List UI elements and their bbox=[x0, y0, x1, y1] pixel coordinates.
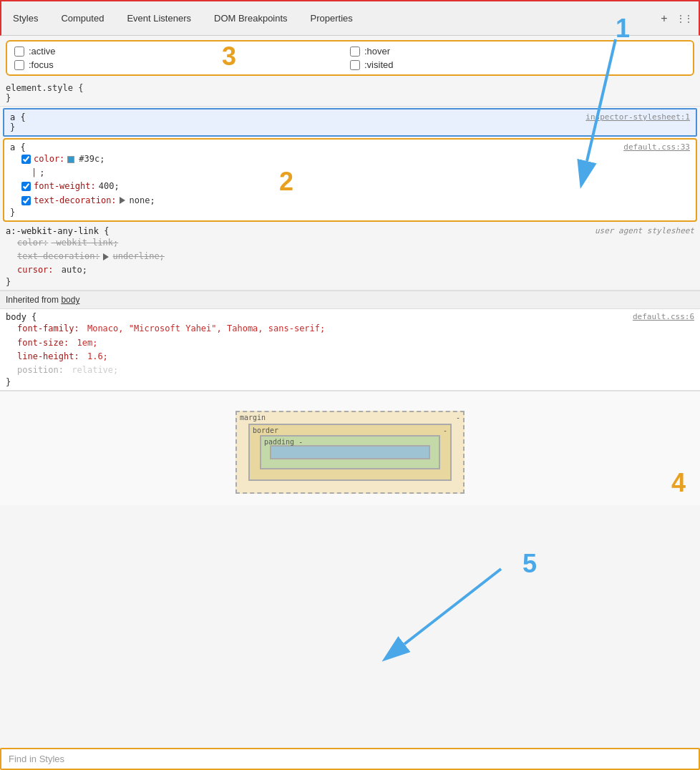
rule-a-inspector: inspector-stylesheet:1 a { } bbox=[3, 108, 697, 137]
rule-a-default-close: } bbox=[10, 208, 690, 218]
rule-a-inspector-source[interactable]: inspector-stylesheet:1 bbox=[585, 112, 690, 122]
prop-fontfamily-value: Monaco, "Microsoft Yahei", Tahoma, sans-… bbox=[82, 322, 326, 336]
box-model-wrapper: margin - border - padding - bbox=[235, 411, 465, 494]
rule-webkit-close: } bbox=[6, 277, 694, 287]
prop-textdeco-value: none; bbox=[130, 194, 155, 208]
prop-webkit-color-name: color: bbox=[17, 236, 48, 250]
find-bar-placeholder: Find in Styles bbox=[9, 754, 64, 764]
pseudo-hover-label: :hover bbox=[364, 46, 390, 57]
pseudo-visited-label: :visited bbox=[364, 59, 393, 70]
prop-color-line: color: #39c; bbox=[10, 152, 690, 166]
svg-line-3 bbox=[404, 569, 501, 644]
rule-a-default-selector: a { bbox=[10, 142, 26, 152]
tab-event-listeners[interactable]: Event Listeners bbox=[115, 4, 203, 32]
prop-color-value: #39c; bbox=[79, 152, 104, 166]
rule-a-default-source[interactable]: default.css:33 bbox=[623, 142, 690, 152]
prop-fontsize-value: 1em; bbox=[72, 336, 97, 350]
prop-textdeco-line: text-decoration: none; bbox=[10, 194, 690, 208]
prop-lineheight-line: line-height: 1.6; bbox=[6, 350, 694, 364]
add-style-icon[interactable]: + bbox=[656, 10, 673, 27]
svg-text:5: 5 bbox=[522, 549, 537, 578]
rule-a-inspector-close: } bbox=[10, 122, 15, 132]
prop-fontfamily-name: font-family: bbox=[17, 322, 79, 336]
pseudo-hover-checkbox[interactable] bbox=[350, 47, 360, 57]
rule-body: default.css:6 body { font-family: Monaco… bbox=[0, 309, 700, 391]
box-center bbox=[270, 445, 430, 459]
pseudo-hover[interactable]: :hover bbox=[350, 46, 686, 57]
pseudo-visited-checkbox[interactable] bbox=[350, 60, 360, 70]
prop-webkit-cursor-value: auto; bbox=[57, 263, 87, 277]
tab-styles[interactable]: Styles bbox=[1, 4, 49, 32]
prop-fontweight-checkbox[interactable] bbox=[21, 182, 31, 191]
annotation-3: 3 bbox=[222, 42, 236, 72]
rule-webkit-link: user agent stylesheet a:-webkit-any-link… bbox=[0, 223, 700, 291]
prop-textdeco-name: text-decoration: bbox=[34, 194, 117, 208]
box-padding: padding - bbox=[260, 435, 440, 469]
prop-textdeco-checkbox[interactable] bbox=[21, 196, 31, 205]
element-style-close: } bbox=[6, 93, 11, 103]
rule-a-default: default.css:33 a { color: #39c; | ; font… bbox=[3, 138, 697, 222]
prop-webkit-cursor-line: cursor: auto; bbox=[6, 263, 694, 277]
prop-fontweight-value: 400; bbox=[99, 180, 120, 193]
prop-webkit-textdeco-triangle bbox=[103, 253, 109, 260]
prop-webkit-textdeco-value: underline; bbox=[113, 250, 165, 263]
pseudo-focus-checkbox[interactable] bbox=[14, 60, 24, 70]
pseudo-visited[interactable]: :visited bbox=[350, 59, 686, 70]
prop-webkit-color-line: color: webkit-link; bbox=[6, 236, 694, 250]
box-margin-value: - bbox=[456, 414, 460, 421]
tab-computed[interactable]: Computed bbox=[49, 4, 115, 32]
prop-cursor-line: | ; bbox=[10, 166, 690, 180]
box-margin: margin - border - padding - bbox=[235, 411, 465, 494]
pseudo-focus[interactable]: :focus bbox=[14, 59, 350, 70]
prop-fontsize-name: font-size: bbox=[17, 336, 69, 350]
pseudo-active[interactable]: :active bbox=[14, 46, 350, 57]
rule-webkit-source: user agent stylesheet bbox=[595, 226, 694, 235]
prop-position-name: position: bbox=[17, 364, 64, 377]
tab-bar: Styles Computed Event Listeners DOM Brea… bbox=[0, 0, 700, 36]
prop-fontsize-line: font-size: 1em; bbox=[6, 336, 694, 350]
find-bar[interactable]: Find in Styles bbox=[0, 748, 700, 770]
prop-webkit-textdeco-name: text-decoration: bbox=[17, 250, 100, 263]
prop-cursor-value: ; bbox=[39, 166, 44, 180]
rule-body-close: } bbox=[6, 377, 694, 387]
inherited-header: Inherited from body bbox=[0, 291, 700, 309]
prop-webkit-cursor-name: cursor: bbox=[17, 263, 54, 277]
rule-body-selector: body { bbox=[6, 312, 37, 322]
element-style-selector: element.style { bbox=[6, 83, 83, 93]
prop-webkit-color-value: webkit-link; bbox=[51, 236, 118, 250]
rule-body-source[interactable]: default.css:6 bbox=[633, 312, 694, 321]
inherited-element: body bbox=[61, 295, 79, 305]
prop-color-name: color: bbox=[34, 152, 64, 166]
prop-cursor-name: | bbox=[31, 166, 37, 180]
prop-color-checkbox[interactable] bbox=[21, 155, 31, 164]
box-border: border - padding - bbox=[248, 424, 452, 481]
rule-a-inspector-selector: a { bbox=[10, 112, 26, 122]
rule-webkit-selector: a:-webkit-any-link { bbox=[6, 226, 110, 236]
prop-position-line: position: relative; bbox=[6, 364, 694, 377]
pseudo-active-label: :active bbox=[29, 46, 56, 57]
prop-position-value: relative; bbox=[67, 364, 118, 377]
box-margin-label: margin bbox=[240, 414, 266, 421]
grid-icon[interactable]: ⋮⋮ bbox=[676, 10, 693, 27]
box-border-value: - bbox=[443, 427, 447, 434]
pseudo-col-left: :active :focus bbox=[14, 46, 350, 70]
annotation-4: 4 bbox=[671, 468, 686, 498]
tab-properties[interactable]: Properties bbox=[299, 4, 364, 32]
prop-textdeco-triangle bbox=[120, 197, 125, 204]
color-swatch[interactable] bbox=[67, 156, 74, 163]
pseudo-col-right: :hover :visited bbox=[350, 46, 686, 70]
inherited-label: Inherited from bbox=[6, 295, 61, 305]
tab-bar-actions: + ⋮⋮ bbox=[656, 10, 699, 27]
pseudo-focus-label: :focus bbox=[29, 59, 54, 70]
box-border-label: border bbox=[253, 427, 278, 434]
prop-lineheight-name: line-height: bbox=[17, 350, 79, 364]
box-model-section: margin - border - padding - 4 bbox=[0, 391, 700, 505]
tab-dom-breakpoints[interactable]: DOM Breakpoints bbox=[203, 4, 299, 32]
prop-lineheight-value: 1.6; bbox=[82, 350, 108, 364]
prop-fontweight-name: font-weight: bbox=[34, 180, 96, 193]
prop-webkit-textdeco-line: text-decoration: underline; bbox=[6, 250, 694, 263]
annotation-2: 2 bbox=[279, 167, 293, 197]
pseudo-states-section: :active :focus :hover :visited bbox=[6, 40, 694, 76]
element-style-block: element.style { } bbox=[0, 80, 700, 107]
pseudo-active-checkbox[interactable] bbox=[14, 47, 24, 57]
